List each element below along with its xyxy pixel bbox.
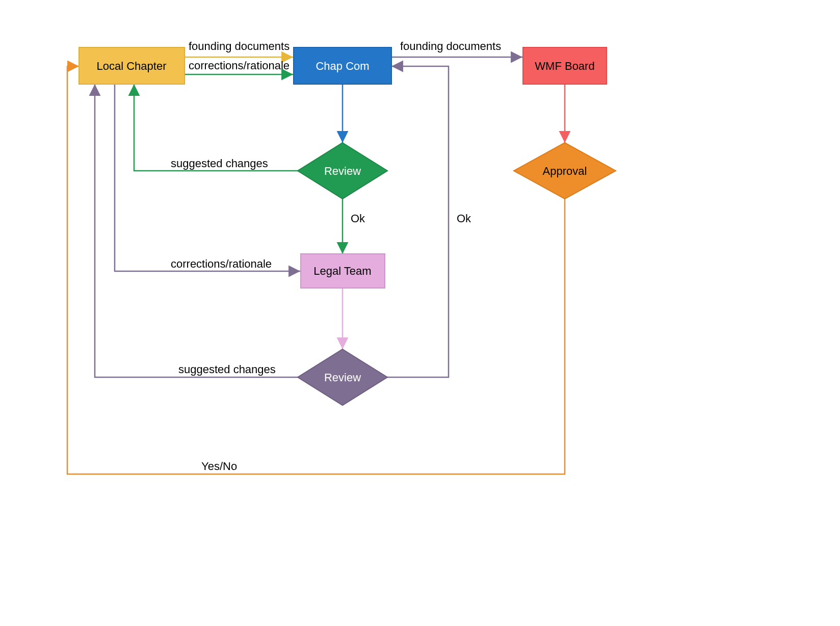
node-legal-team: Legal Team bbox=[301, 254, 385, 288]
label-review1-to-legal: Ok bbox=[351, 212, 365, 225]
chap-com-label: Chap Com bbox=[316, 60, 369, 72]
label-cc-to-wmf: founding documents bbox=[400, 40, 501, 53]
node-review1: Review bbox=[298, 143, 387, 199]
label-review2-to-cc: Ok bbox=[457, 212, 471, 225]
node-review2: Review bbox=[298, 349, 387, 405]
node-wmf-board: WMF Board bbox=[523, 47, 607, 84]
wmf-board-label: WMF Board bbox=[535, 60, 594, 72]
label-lc-to-legal: corrections/rationale bbox=[171, 257, 272, 270]
review1-label: Review bbox=[324, 165, 361, 177]
flowchart-canvas: founding documents corrections/rationale… bbox=[0, 0, 840, 626]
label-approval-to-lc: Yes/No bbox=[201, 460, 237, 473]
edge-review2-to-cc bbox=[385, 66, 449, 377]
label-review2-to-lc: suggested changes bbox=[178, 363, 276, 376]
edge-lc-to-legal bbox=[115, 84, 300, 271]
label-lc-to-cc-corrections: corrections/rationale bbox=[189, 59, 290, 72]
node-chap-com: Chap Com bbox=[294, 47, 391, 84]
node-approval: Approval bbox=[514, 143, 616, 199]
legal-team-label: Legal Team bbox=[313, 265, 371, 277]
local-chapter-label: Local Chapter bbox=[97, 60, 167, 72]
label-lc-to-cc-founding: founding documents bbox=[189, 40, 290, 53]
label-review1-to-lc: suggested changes bbox=[171, 157, 268, 170]
edge-review2-to-lc bbox=[95, 84, 300, 377]
approval-label: Approval bbox=[543, 165, 587, 177]
node-local-chapter: Local Chapter bbox=[79, 47, 185, 84]
review2-label: Review bbox=[324, 371, 361, 384]
